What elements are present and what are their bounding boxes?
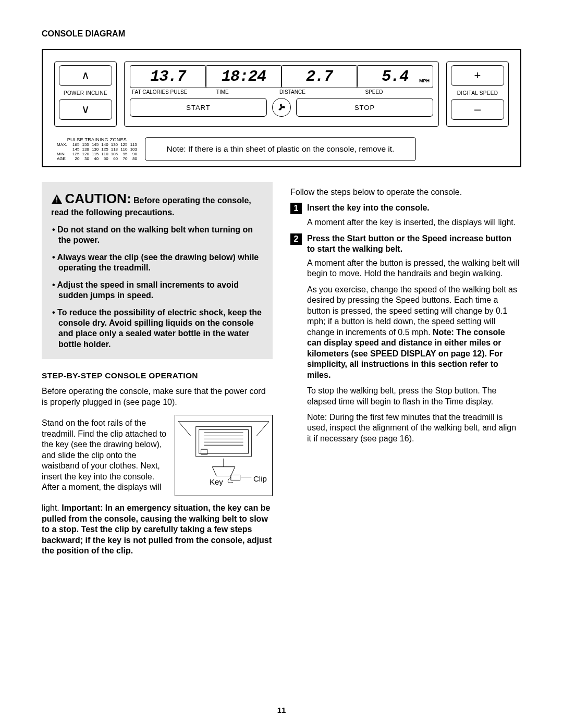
table-row: MIN. 125 120 115 110 105 95 90 [56, 152, 138, 156]
svg-rect-6 [196, 427, 252, 456]
time-readout: 18:24 [205, 65, 282, 88]
step-number: 2 [290, 233, 302, 245]
paragraph: light. Important: In an emergency situat… [42, 503, 273, 556]
step-number: 1 [290, 203, 302, 214]
table-row: 145 138 130 125 118 110 103 [56, 147, 138, 152]
caution-bullet: • Do not stand on the walking belt when … [51, 225, 263, 246]
speed-label: SPEED [348, 89, 434, 95]
spacer [423, 137, 491, 161]
caution-box: CAUTION: Before operating the console, r… [42, 182, 273, 359]
incline-up-button[interactable]: ∧ [59, 65, 112, 86]
zones-table: MAX. 165 155 145 140 130 125 115 145 138… [56, 142, 138, 161]
fan-button[interactable] [272, 98, 291, 117]
distance-label: DISTANCE [268, 89, 348, 95]
left-column: CAUTION: Before operating the console, r… [42, 182, 273, 562]
paragraph: Stand on the foot rails of the treadmill… [42, 418, 168, 492]
svg-line-4 [178, 422, 191, 436]
readouts-panel: 13.7 18:24 2.7 5.4 MPH FAT CALORIES PULS… [124, 61, 439, 127]
step-title: Insert the key into the console. [307, 203, 430, 214]
svg-marker-14 [212, 467, 235, 476]
svg-rect-1 [56, 197, 57, 200]
step-body: A moment after the button is pressed, th… [307, 258, 521, 279]
step-body: To stop the walking belt, press the Stop… [307, 386, 521, 407]
fan-icon [276, 102, 287, 113]
pulse-training-zones: PULSE TRAINING ZONES MAX. 165 155 145 14… [54, 137, 138, 161]
paragraph: Follow the steps below to operate the co… [290, 187, 521, 198]
mph-label: MPH [419, 78, 430, 83]
clip-label: Clip [253, 474, 267, 484]
speed-minus-button[interactable]: – [451, 99, 504, 120]
speed-value: 5.4 [382, 68, 408, 85]
step-body: As you exercise, change the speed of the… [307, 285, 521, 380]
fcp-readout: 13.7 [130, 65, 206, 88]
step-body: Note: During the first few minutes that … [307, 412, 521, 444]
time-label: TIME [189, 89, 257, 95]
console-diagram: ∧ POWER INCLINE ∨ 13.7 18:24 2.7 5.4 MPH… [42, 49, 521, 167]
step-body: A moment after the key is inserted, the … [307, 217, 521, 228]
power-incline-panel: ∧ POWER INCLINE ∨ [54, 61, 117, 127]
step-item: 2 Press the Start button or the Speed in… [290, 233, 521, 255]
caution-bullet: • Always wear the clip (see the drawing … [51, 252, 263, 274]
speed-plus-button[interactable]: + [451, 65, 504, 86]
caution-bullet: • Adjust the speed in small increments t… [51, 280, 263, 301]
zones-title: PULSE TRAINING ZONES [56, 137, 138, 142]
table-row: AGE 20 30 40 50 60 70 80 [56, 156, 138, 161]
warning-icon [51, 194, 63, 204]
key-label: Key [210, 477, 223, 487]
step-title: Press the Start button or the Speed incr… [307, 233, 521, 255]
step-by-step-heading: STEP-BY-STEP CONSOLE OPERATION [42, 371, 273, 381]
svg-rect-16 [231, 475, 240, 480]
speed-readout: 5.4 MPH [357, 65, 433, 88]
svg-rect-2 [56, 202, 57, 203]
svg-rect-7 [199, 430, 249, 453]
power-incline-label: POWER INCLINE [59, 90, 112, 96]
key-clip-figure: Key Clip [175, 415, 273, 496]
start-button[interactable]: START [130, 98, 267, 117]
stop-button[interactable]: STOP [296, 98, 433, 117]
right-column: Follow the steps below to operate the co… [290, 182, 521, 562]
distance-readout: 2.7 [281, 65, 358, 88]
page-title: CONSOLE DIAGRAM [42, 29, 521, 39]
incline-down-button[interactable]: ∨ [59, 99, 112, 120]
table-row: MAX. 165 155 145 140 130 125 115 [56, 142, 138, 147]
digital-speed-label: DIGITAL SPEED [451, 90, 504, 96]
paragraph: Before operating the console, make sure … [42, 386, 273, 408]
caution-bullet: • To reduce the possibility of electric … [51, 307, 263, 350]
step-item: 1 Insert the key into the console. [290, 203, 521, 214]
paragraph-plain: light. [42, 503, 62, 512]
digital-speed-panel: + DIGITAL SPEED – [446, 61, 509, 127]
caution-heading: CAUTION: [65, 191, 131, 206]
page-number: 11 [0, 706, 563, 714]
important-note: Important: In an emergency situation, th… [42, 503, 272, 555]
svg-line-5 [256, 422, 269, 436]
console-note: Note: If there is a thin sheet of plasti… [145, 137, 416, 161]
